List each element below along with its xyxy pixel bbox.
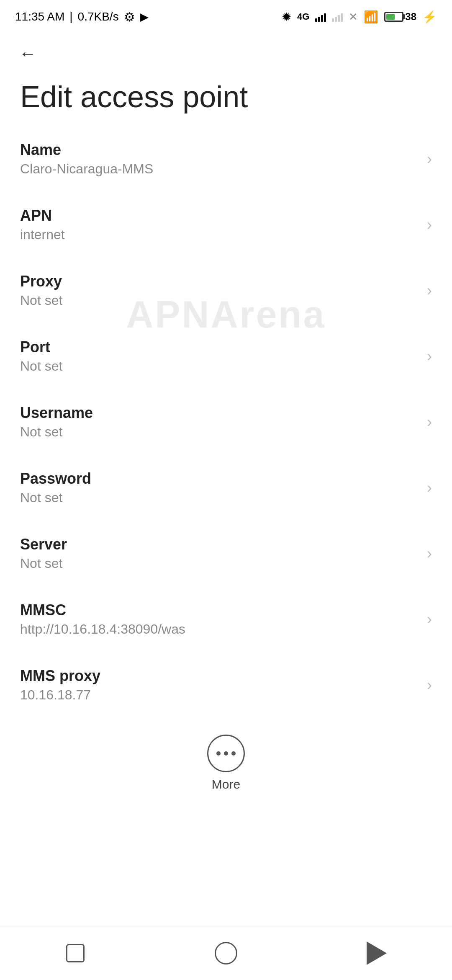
no-signal-icon: ✕ xyxy=(349,10,358,23)
settings-item-port[interactable]: Port Not set › xyxy=(0,323,452,389)
charging-icon: ⚡ xyxy=(422,10,437,24)
more-dot-3 xyxy=(231,751,236,756)
settings-item-name-content: Name Claro-Nicaragua-MMS xyxy=(20,141,419,177)
settings-item-apn-title: APN xyxy=(20,207,419,224)
settings-item-server-value: Not set xyxy=(20,556,419,571)
more-button[interactable]: More xyxy=(207,735,245,792)
settings-item-username-title: Username xyxy=(20,404,419,422)
settings-item-username-content: Username Not set xyxy=(20,404,419,440)
settings-item-password-title: Password xyxy=(20,470,419,487)
status-time: 11:35 AM xyxy=(15,10,64,23)
nav-home-button[interactable] xyxy=(209,936,243,970)
settings-item-password-content: Password Not set xyxy=(20,470,419,505)
nav-recents-button[interactable] xyxy=(59,936,92,970)
chevron-right-icon-port: › xyxy=(427,348,432,365)
video-icon: ▶ xyxy=(140,10,149,23)
settings-item-port-title: Port xyxy=(20,338,419,356)
settings-item-apn[interactable]: APN internet › xyxy=(0,192,452,258)
settings-item-apn-value: internet xyxy=(20,227,419,242)
status-divider: | xyxy=(69,10,72,23)
nav-home-icon xyxy=(215,942,237,965)
network-4g-icon: 4G xyxy=(297,11,309,22)
settings-item-apn-content: APN internet xyxy=(20,207,419,242)
back-button[interactable]: ← xyxy=(15,41,40,66)
settings-item-proxy[interactable]: Proxy Not set › xyxy=(0,258,452,323)
nav-bar xyxy=(0,926,452,980)
wifi-icon: 📶 xyxy=(364,10,378,24)
more-circle xyxy=(207,735,245,772)
battery-icon: 38 xyxy=(384,11,416,23)
more-section: More xyxy=(0,718,452,804)
settings-item-mmsc-content: MMSC http://10.16.18.4:38090/was xyxy=(20,601,419,637)
settings-item-port-value: Not set xyxy=(20,358,419,374)
settings-item-password-value: Not set xyxy=(20,490,419,505)
status-data-speed: 0.7KB/s xyxy=(78,10,119,23)
settings-item-server[interactable]: Server Not set › xyxy=(0,521,452,586)
nav-back-icon xyxy=(367,941,387,965)
signal-bars-1 xyxy=(315,12,326,22)
chevron-right-icon-password: › xyxy=(427,479,432,497)
settings-item-proxy-value: Not set xyxy=(20,293,419,308)
more-dots xyxy=(216,751,236,756)
settings-item-mmsc-title: MMSC xyxy=(20,601,419,619)
chevron-right-icon-mms-proxy: › xyxy=(427,676,432,694)
settings-item-mmsc[interactable]: MMSC http://10.16.18.4:38090/was › xyxy=(0,586,452,652)
chevron-right-icon-username: › xyxy=(427,413,432,431)
more-label: More xyxy=(212,777,240,792)
back-arrow-icon: ← xyxy=(19,44,36,64)
settings-item-mmsc-value: http://10.16.18.4:38090/was xyxy=(20,622,419,637)
settings-item-mms-proxy-value: 10.16.18.77 xyxy=(20,687,419,703)
chevron-right-icon-mmsc: › xyxy=(427,611,432,628)
status-left: 11:35 AM | 0.7KB/s ⚙ ▶ xyxy=(15,10,149,24)
settings-item-name-title: Name xyxy=(20,141,419,159)
settings-item-proxy-content: Proxy Not set xyxy=(20,273,419,308)
settings-item-server-title: Server xyxy=(20,536,419,553)
more-dot-1 xyxy=(216,751,221,756)
settings-item-mms-proxy-content: MMS proxy 10.16.18.77 xyxy=(20,667,419,703)
chevron-right-icon-name: › xyxy=(427,150,432,168)
settings-item-username-value: Not set xyxy=(20,424,419,440)
signal-bars-2 xyxy=(332,12,343,22)
page-title: Edit access point xyxy=(0,72,452,126)
settings-item-password[interactable]: Password Not set › xyxy=(0,455,452,521)
settings-item-name[interactable]: Name Claro-Nicaragua-MMS › xyxy=(0,126,452,192)
status-right: ✹ 4G ✕ 📶 38 ⚡ xyxy=(282,10,437,24)
settings-item-mms-proxy[interactable]: MMS proxy 10.16.18.77 › xyxy=(0,652,452,718)
settings-item-mms-proxy-title: MMS proxy xyxy=(20,667,419,685)
chevron-right-icon-server: › xyxy=(427,545,432,562)
bluetooth-icon: ✹ xyxy=(282,10,291,24)
settings-list: Name Claro-Nicaragua-MMS › APN internet … xyxy=(0,126,452,718)
chevron-right-icon-apn: › xyxy=(427,216,432,234)
settings-item-port-content: Port Not set xyxy=(20,338,419,374)
chevron-right-icon-proxy: › xyxy=(427,282,432,299)
content-area: Edit access point APNArena Name Claro-Ni… xyxy=(0,72,452,926)
nav-back-button[interactable] xyxy=(360,936,393,970)
settings-item-server-content: Server Not set xyxy=(20,536,419,571)
settings-item-proxy-title: Proxy xyxy=(20,273,419,290)
settings-icon: ⚙ xyxy=(124,10,135,24)
status-bar: 11:35 AM | 0.7KB/s ⚙ ▶ ✹ 4G ✕ 📶 xyxy=(0,0,452,30)
settings-item-username[interactable]: Username Not set › xyxy=(0,389,452,455)
nav-recents-icon xyxy=(66,944,85,962)
toolbar: ← xyxy=(0,30,452,72)
more-dot-2 xyxy=(224,751,228,756)
settings-item-name-value: Claro-Nicaragua-MMS xyxy=(20,161,419,177)
